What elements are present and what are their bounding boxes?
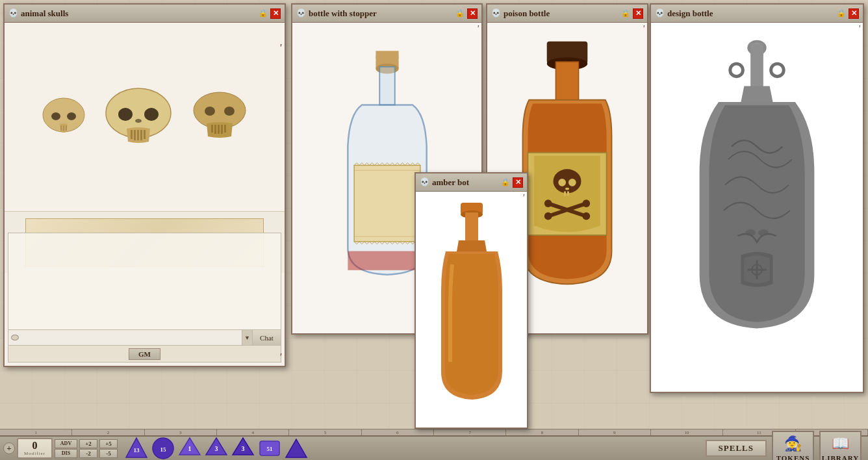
corner-decoration-br: ' — [279, 351, 282, 363]
close-button-amber[interactable]: ✕ — [513, 177, 523, 188]
modifier-label: Modifier — [24, 451, 45, 456]
svg-point-16 — [205, 107, 215, 116]
close-button-poison[interactable]: ✕ — [633, 8, 643, 19]
close-button-bottle[interactable]: ✕ — [467, 8, 478, 19]
svg-rect-14 — [144, 130, 146, 139]
svg-point-8 — [144, 108, 159, 121]
svg-rect-18 — [211, 125, 213, 133]
svg-rect-49 — [750, 44, 763, 57]
modifier-box[interactable]: 0 Modifier — [17, 438, 53, 459]
svg-rect-19 — [214, 125, 216, 134]
svg-rect-40 — [567, 192, 569, 196]
die-d51[interactable]: 51 — [258, 437, 281, 460]
ruler-tick-9: 9 — [579, 429, 651, 435]
content-animal-skulls: ▼ Chat GM ' ' — [5, 23, 285, 366]
svg-text:13: 13 — [134, 447, 140, 454]
die-d20[interactable]: 3 — [231, 437, 255, 460]
chat-input-area[interactable] — [8, 330, 242, 345]
svg-rect-5 — [66, 125, 67, 131]
svg-point-44 — [582, 199, 590, 207]
dice-area: 13 15 1 3 — [120, 437, 308, 460]
plus2-button[interactable]: +2 — [79, 439, 97, 448]
gm-name-bar[interactable]: GM — [8, 346, 281, 363]
minus2-button[interactable]: -2 — [79, 449, 97, 458]
ruler-tick-4: 4 — [217, 429, 289, 435]
ruler-tick-2: 2 — [72, 429, 144, 435]
lock-icon-amber[interactable]: 🔒 — [501, 178, 510, 187]
content-amber-bot: ' — [416, 192, 527, 428]
corner-mark-design-tr: ' — [858, 24, 860, 34]
corner-decoration-tr: ' — [279, 42, 282, 54]
svg-point-9 — [135, 119, 142, 123]
svg-rect-26 — [379, 67, 394, 105]
window-design-bottle[interactable]: 💀 design bottle 🔒 ✕ ' — [650, 3, 864, 393]
titlebar-amber-bot[interactable]: 💀 amber bot 🔒 ✕ — [416, 173, 527, 192]
disadvantage-button[interactable]: DIS — [55, 449, 77, 458]
library-button[interactable]: 📖 LIBRARY — [819, 431, 862, 461]
chat-dropdown-arrow[interactable]: ▼ — [242, 330, 252, 345]
toolbar: + 0 Modifier ADV DIS +2 -2 +5 -5 — [0, 435, 868, 460]
close-button-skulls[interactable]: ✕ — [270, 8, 281, 19]
svg-rect-60 — [465, 212, 478, 242]
add-modifier-button[interactable]: + — [3, 442, 15, 454]
window-amber-bot[interactable]: 💀 amber bot 🔒 ✕ ' — [415, 172, 528, 429]
die-triangle[interactable] — [285, 437, 308, 460]
plus5-button[interactable]: +5 — [99, 439, 118, 448]
tokens-label: TOKENS — [776, 454, 810, 461]
svg-rect-39 — [564, 192, 566, 196]
tokens-icon: 🧙 — [784, 435, 802, 452]
ruler-tick-1: 1 — [0, 429, 72, 435]
svg-rect-13 — [140, 130, 142, 140]
chat-panel: ▼ Chat GM — [8, 233, 281, 363]
spells-area: SPELLS — [706, 440, 767, 457]
lock-icon-skulls[interactable]: 🔒 — [259, 9, 268, 18]
svg-rect-10 — [131, 130, 133, 139]
titlebar-animal-skulls[interactable]: 💀 animal skulls 🔒 ✕ — [5, 5, 285, 23]
die-d15[interactable]: 15 — [151, 437, 175, 460]
chat-input-row[interactable]: ▼ Chat — [8, 330, 281, 346]
svg-text:1: 1 — [188, 445, 192, 452]
ruler-tick-7: 7 — [434, 429, 506, 435]
lock-icon-design[interactable]: 🔒 — [837, 9, 846, 18]
design-bottle-svg — [679, 32, 835, 383]
titlebar-poison-bottle[interactable]: 💀 poison bottle 🔒 ✕ — [487, 5, 647, 23]
svg-point-53 — [745, 229, 756, 236]
svg-text:3: 3 — [242, 445, 245, 452]
svg-point-1 — [51, 112, 60, 120]
lock-icon-poison[interactable]: 🔒 — [621, 9, 630, 18]
lock-icon-bottle[interactable]: 🔒 — [455, 9, 465, 18]
svg-point-51 — [771, 64, 784, 77]
skull-icon-poison: 💀 — [491, 8, 501, 18]
library-icon: 📖 — [832, 435, 849, 452]
die-d13[interactable]: 13 — [125, 437, 148, 460]
window-animal-skulls[interactable]: 💀 animal skulls 🔒 ✕ — [3, 3, 286, 367]
content-design-bottle: ' — [651, 23, 863, 392]
corner-mark-amber-tr: ' — [522, 193, 524, 203]
window-title-animal-skulls: animal skulls — [21, 8, 256, 19]
svg-text:3: 3 — [215, 445, 218, 452]
skull-right — [187, 91, 252, 143]
spells-button[interactable]: SPELLS — [706, 440, 767, 457]
svg-point-46 — [582, 212, 590, 220]
die-d3[interactable]: 3 — [205, 437, 228, 460]
svg-rect-20 — [218, 125, 220, 134]
titlebar-bottle-stopper[interactable]: 💀 bottle with stopper 🔒 ✕ — [292, 5, 481, 23]
svg-point-2 — [67, 112, 76, 120]
chat-send-button[interactable]: Chat — [252, 330, 281, 345]
tokens-button[interactable]: 🧙 TOKENS — [772, 431, 814, 461]
chat-messages[interactable] — [8, 233, 281, 330]
minus5-button[interactable]: -5 — [99, 449, 118, 458]
advantage-button[interactable]: ADV — [55, 439, 77, 448]
close-button-design[interactable]: ✕ — [849, 8, 859, 19]
skull-small-left — [38, 94, 90, 140]
die-d1[interactable]: 1 — [178, 437, 201, 460]
svg-point-36 — [558, 179, 566, 186]
toolbar-right: SPELLS 🧙 TOKENS 📖 LIBRARY — [706, 431, 868, 461]
corner-mark-poison-tr: ' — [643, 24, 645, 34]
titlebar-design-bottle[interactable]: 💀 design bottle 🔒 ✕ — [651, 5, 863, 23]
plus-minus-col-2: +5 -5 — [99, 439, 118, 458]
svg-rect-27 — [354, 165, 420, 241]
ruler-tick-5: 5 — [289, 429, 361, 435]
gm-badge[interactable]: GM — [129, 348, 160, 360]
adv-dis-box: ADV DIS — [55, 439, 77, 458]
